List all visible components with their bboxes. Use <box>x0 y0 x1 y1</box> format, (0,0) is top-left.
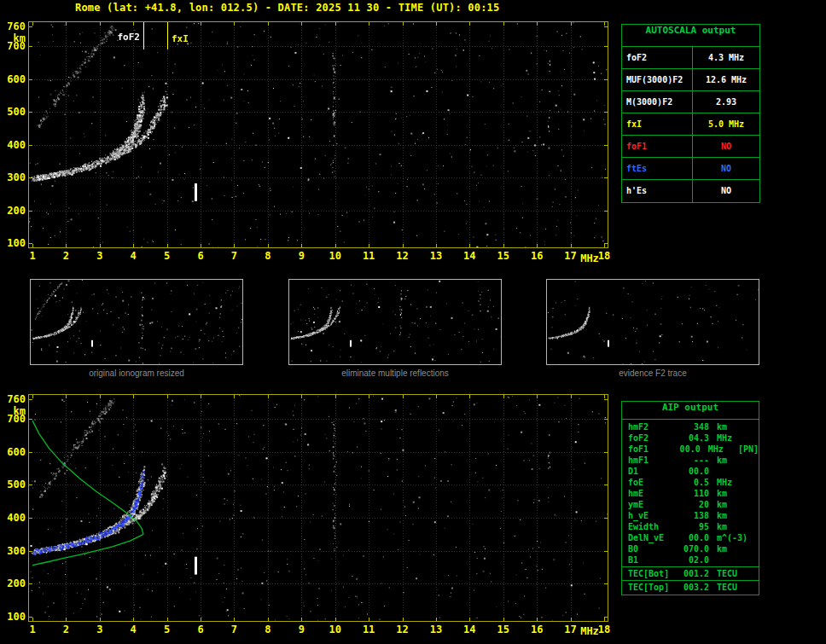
autoscala-parameter-value: 2.93 <box>693 91 759 113</box>
aip-cell: MHz <box>709 433 747 444</box>
thumbnail-caption: original ionogram resized <box>30 368 243 378</box>
y-axis-tick-label: 500 <box>2 106 26 118</box>
autoscala-table-row: h'EsNO <box>622 180 759 202</box>
autoscala-parameter-value: 5.0 MHz <box>693 113 759 135</box>
aip-output-panel: AIP output hmF2348kmfoF204.3MHzfoF100.0M… <box>621 401 759 595</box>
aip-cell: h_vE <box>622 511 678 522</box>
x-axis-tick-label: 3 <box>90 624 110 635</box>
aip-cell: km <box>709 500 747 511</box>
aip-cell: [PN] <box>735 444 759 455</box>
aip-table-row: D100.0 <box>622 467 759 478</box>
autoscala-parameter-label: ftEs <box>622 158 693 179</box>
ionogram-main-canvas <box>29 22 608 247</box>
thumbnail-caption: eliminate multiple reflections <box>288 368 502 378</box>
y-axis-tick-label: 200 <box>2 577 26 589</box>
x-axis-unit-label: MHz <box>577 625 602 637</box>
x-axis-tick-label: 8 <box>258 250 278 262</box>
x-axis-tick-label: 14 <box>459 250 480 262</box>
aip-cell: km <box>709 511 747 522</box>
aip-tec-row: TEC[Bot]001.2TECU <box>622 566 759 580</box>
aip-cell <box>747 467 750 478</box>
x-axis-tick-label: 12 <box>393 624 413 635</box>
aip-cell: B1 <box>622 555 678 566</box>
y-axis-tick-label: 100 <box>2 237 26 249</box>
aip-cell: --- <box>678 455 709 467</box>
autoscala-parameter-value: NO <box>693 158 759 179</box>
aip-panel-title: AIP output <box>622 402 759 420</box>
x-axis-tick-label: 9 <box>291 250 311 262</box>
aip-cell: 001.2 <box>678 567 709 580</box>
aip-cell: 070.0 <box>678 544 709 555</box>
x-axis-tick-label: 6 <box>190 624 211 635</box>
aip-table-row: hmF1---km <box>622 455 759 467</box>
x-axis-tick-label: 4 <box>123 250 143 262</box>
aip-cell <box>747 544 750 555</box>
aip-cell: foF1 <box>622 444 673 455</box>
aip-cell <box>709 555 747 566</box>
x-axis-tick-label: 12 <box>393 250 413 262</box>
aip-cell: km <box>709 455 747 467</box>
x-axis-tick-label: 5 <box>157 624 177 635</box>
autoscala-table-rows: foF24.3 MHzMUF(3000)F212.6 MHzM(3000)F22… <box>622 47 759 202</box>
x-axis-tick-label: 7 <box>224 624 244 635</box>
aip-cell: hmE <box>622 489 678 500</box>
aip-cell: 00.0 <box>678 533 709 544</box>
x-axis-tick-label: 10 <box>325 250 346 262</box>
aip-table-row: hmE110km <box>622 489 759 500</box>
y-axis-tick-label: 760 <box>2 20 26 32</box>
aip-cell <box>747 478 750 489</box>
x-axis-tick-label: 13 <box>426 250 446 262</box>
y-axis-tick-label: 400 <box>2 512 26 524</box>
aip-table-row: B102.0 <box>622 555 759 566</box>
aip-tec-row: TEC[Top]003.2TECU <box>622 580 759 594</box>
aip-cell: B0 <box>622 544 678 555</box>
x-axis-tick-label: 2 <box>55 624 76 635</box>
aip-table-row: Ewidth95km <box>622 522 759 533</box>
autoscala-parameter-label: M(3000)F2 <box>622 91 693 113</box>
aip-cell: Ewidth <box>622 522 678 533</box>
thumbnail-f2-trace <box>546 279 759 365</box>
autoscala-table-row: fxI5.0 MHz <box>622 113 759 136</box>
y-axis-tick-label: 600 <box>2 73 26 85</box>
aip-cell <box>747 555 750 566</box>
aip-cell: hmF2 <box>622 422 678 433</box>
aip-cell: 04.3 <box>678 433 709 444</box>
aip-cell: km <box>709 489 747 500</box>
thumbnail-original-canvas <box>31 280 242 364</box>
ionogram-profile-plot <box>28 394 608 622</box>
autoscala-parameter-label: fxI <box>622 113 693 135</box>
aip-cell: TEC[Bot] <box>622 567 678 580</box>
y-axis-tick-label: 100 <box>2 611 26 623</box>
x-axis-tick-label: 9 <box>291 624 311 635</box>
y-axis-tick-label: 300 <box>2 545 26 557</box>
aip-cell <box>709 467 747 478</box>
ionogram-main-plot <box>28 21 608 248</box>
x-axis-tick-label: 2 <box>55 250 76 262</box>
page-title: Rome (lat: +41.8, lon: 012.5) - DATE: 20… <box>75 2 499 14</box>
x-axis-tick-label: 7 <box>224 250 244 262</box>
autoscala-parameter-value: 4.3 MHz <box>693 47 759 68</box>
aip-cell <box>747 422 750 433</box>
autoscala-parameter-value: NO <box>693 136 759 157</box>
aip-cell: 95 <box>678 522 709 533</box>
autoscala-app-screen: Rome (lat: +41.8, lon: 012.5) - DATE: 20… <box>0 0 826 644</box>
autoscala-output-panel: AUTOSCALA output foF24.3 MHzMUF(3000)F21… <box>621 24 760 203</box>
y-axis-tick-label: 200 <box>2 205 26 217</box>
x-axis-tick-label: 1 <box>22 250 43 262</box>
x-axis-tick-label: 10 <box>325 624 346 635</box>
autoscala-parameter-label: h'Es <box>622 180 693 202</box>
aip-cell: km <box>709 422 747 433</box>
aip-table-rows: hmF2348kmfoF204.3MHzfoF100.0MHz[PN]hmF1-… <box>622 422 759 594</box>
aip-cell: m^(-3) <box>709 533 747 544</box>
aip-table-row: foF204.3MHz <box>622 433 759 444</box>
aip-cell: 110 <box>678 489 709 500</box>
aip-cell: km <box>709 544 747 555</box>
autoscala-parameter-label: foF1 <box>622 136 693 157</box>
x-axis-tick-label: 11 <box>358 250 379 262</box>
aip-cell: TEC[Top] <box>622 581 678 594</box>
y-axis-tick-label: 400 <box>2 139 26 151</box>
thumbnail-no-multiples <box>288 279 502 365</box>
x-axis-tick-label: 5 <box>157 250 177 262</box>
aip-cell: 348 <box>678 422 709 433</box>
x-axis-tick-label: 8 <box>258 624 278 635</box>
